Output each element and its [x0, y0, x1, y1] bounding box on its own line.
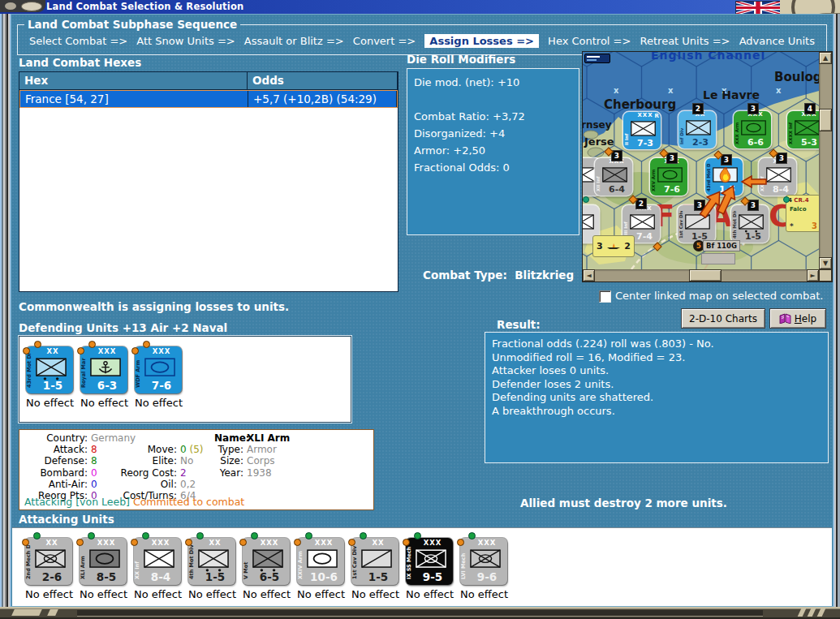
unit-counter[interactable]: XXXXXIV Arm10-6 — [297, 538, 344, 585]
scrollbar-corner — [819, 269, 832, 282]
selection-dot-icon — [239, 539, 247, 546]
map-vertical-scrollbar[interactable]: ▲ ▼ — [819, 52, 832, 269]
center-map-checkbox[interactable] — [599, 290, 611, 303]
inf-symbol-icon — [583, 166, 596, 186]
book-icon — [779, 313, 791, 324]
unit-slot: XX1st Cav Div1-5No effect — [351, 538, 398, 600]
unit-slot: XXXLVI Mech9-6No effect — [460, 538, 507, 600]
unit-slot: XXXXX Inf8-4No effect — [134, 538, 181, 600]
unit-size-label: XXX — [467, 539, 507, 547]
unit-counter[interactable]: XXXII Inf7-3R — [623, 112, 661, 149]
unit-strength-label: 8-4 — [765, 184, 796, 195]
detail-label: Anti-Air: — [19, 479, 88, 490]
unit-slot: XXXIX SS Mech9-5No effect — [406, 538, 453, 600]
status-text: Committed to combat — [130, 496, 244, 508]
unit-counter[interactable]: XXXXLI Arm8-5 — [80, 538, 127, 585]
unit-counter[interactable]: XXXRoyal Mar6-3 — [80, 346, 127, 393]
unit-effect-label: No effect — [135, 397, 182, 409]
status-dot-icon — [142, 532, 149, 539]
unit-size-label: XXX — [86, 539, 127, 547]
result-panel: Fractional odds (.224) roll was (.803) -… — [485, 332, 829, 463]
unit-counter[interactable]: XXXXXXX Inf5-3 — [787, 111, 819, 148]
inf-symbol-icon — [583, 213, 594, 233]
text-line: Combat Ratio: +3,72 — [414, 108, 572, 125]
selection-dot-icon — [294, 539, 301, 546]
scroll-down-button[interactable]: ▼ — [819, 257, 832, 269]
help-button[interactable]: Help — [769, 308, 826, 329]
map-horizontal-scrollbar[interactable]: ◄ ► — [583, 269, 819, 282]
unit-counter[interactable]: XXInf Div2-3 — [678, 111, 716, 148]
unit-strength-label: 6-6 — [740, 137, 771, 148]
burning-plane-icon — [605, 242, 622, 251]
map-view[interactable]: English Channel BoulogCherbourgLe Havrer… — [583, 52, 819, 269]
mech-symbol-icon — [416, 548, 446, 572]
detail-value: 8 — [88, 455, 112, 466]
status-dot-icon — [251, 532, 258, 539]
table-row-selected[interactable]: France [54, 27] +5,7 (+10,2B) (54:29) — [19, 90, 398, 108]
die-roll-modifiers-title: Die Roll Modifiers — [407, 53, 515, 66]
unit-counter[interactable]: XX4th Mot Div1-5 — [188, 538, 235, 585]
unit-counter[interactable]: XX2nd Mech Div2-6 — [25, 538, 72, 585]
unit-size-label: XX — [358, 539, 398, 547]
unit-counter[interactable]: XXXV Mot6-5 — [243, 538, 290, 585]
unit-counter[interactable]: XXXWDF Arm7-6 — [135, 346, 182, 393]
map-minimized-window-icon[interactable] — [584, 54, 610, 63]
detail-value: 2 — [177, 467, 214, 479]
unit-strength-label: 7-3 — [630, 138, 661, 148]
unit-effect-label: No effect — [460, 588, 507, 600]
unit-counter[interactable]: XX43rd Mot Div1-5 — [26, 346, 73, 393]
scroll-right-button[interactable]: ► — [807, 269, 819, 282]
bottom-bar-groove — [77, 610, 763, 617]
unit-slot: XXXWDF Arm7-6No effect — [135, 346, 182, 409]
text-line: Die mod. (net): +10 — [414, 74, 572, 91]
status-dot-icon — [88, 341, 96, 348]
armor-symbol-icon — [741, 119, 766, 139]
defending-units-header: Defending Units +13 Air +2 Naval — [19, 321, 227, 334]
status-dot-icon — [305, 532, 312, 539]
unit-slot: XXXXLI Arm8-5No effect — [80, 538, 127, 600]
air-unit-counter-cr42[interactable]: 4 CR.4 Falco * 3 — [786, 195, 819, 232]
selection-dot-icon — [22, 539, 29, 546]
unit-strength-label: 9-6 — [467, 570, 507, 583]
unit-counter[interactable]: XXXLVI Mech9-6 — [460, 538, 507, 585]
subphase-step: Retreat Units => — [640, 35, 730, 47]
combat-type: Combat Type: Blitzkrieg — [423, 269, 574, 282]
stack-count-badge: 2 — [692, 103, 704, 114]
unit-effect-label: No effect — [188, 588, 235, 600]
selection-dot-icon — [457, 539, 464, 546]
unit-counter[interactable]: XXXXXX Arm6-6 — [734, 111, 771, 148]
charts-button[interactable]: 2-D-10 Charts — [681, 308, 765, 329]
unit-effect-label: No effect — [297, 588, 344, 600]
column-header-odds: Odds — [248, 72, 398, 90]
scroll-left-button[interactable]: ◄ — [583, 269, 595, 282]
detail-label: Attack: — [19, 444, 88, 455]
mech-symbol-icon — [470, 548, 501, 572]
status-dot-icon — [88, 532, 95, 539]
subphase-step: Assign Losses => — [424, 34, 539, 48]
background-window-edge-right — [834, 14, 840, 607]
cr42-model: CR.4 — [794, 197, 808, 204]
unit-strength-label: 7-6 — [141, 379, 182, 392]
text-line: Defending units are shattered. — [492, 391, 821, 405]
status-dot-icon — [196, 532, 204, 539]
unit-counter[interactable]: XX1st Cav Div1-5 — [351, 538, 398, 585]
unit-strength-label: 6-4 — [601, 184, 632, 195]
stack-count-badge: 3 — [776, 153, 787, 164]
detail-label — [214, 479, 243, 490]
unit-status-line: Attacking [von Leeb] Committed to combat — [24, 496, 244, 508]
unit-counter[interactable]: XXXIX SS Mech9-5 — [406, 538, 453, 585]
status-dot-icon — [360, 532, 367, 539]
unit-counter[interactable]: XXXXX Inf8-4 — [134, 538, 181, 585]
air-marker-left-value: 3 — [597, 241, 603, 251]
unit-strength-label: 8-4 — [140, 570, 181, 583]
air-unit-label[interactable]: 5 Bf 110G * — [693, 240, 745, 251]
scroll-up-button[interactable]: ▲ — [819, 52, 832, 64]
detail-value: XLI Arm — [243, 432, 373, 444]
map-panel: English Channel BoulogCherbourgLe Havrer… — [582, 51, 834, 282]
horizontal-scroll-thumb[interactable] — [689, 269, 722, 282]
vertical-scroll-thumb[interactable] — [819, 109, 832, 131]
unit-effect-label: No effect — [26, 397, 73, 409]
marine-symbol-icon — [90, 357, 121, 380]
unit-counter[interactable]: XXXXII Inf6-4 — [595, 158, 632, 196]
attacking-units-panel: XX2nd Mech Div2-6No effectXXXXLI Arm8-5N… — [12, 527, 832, 607]
